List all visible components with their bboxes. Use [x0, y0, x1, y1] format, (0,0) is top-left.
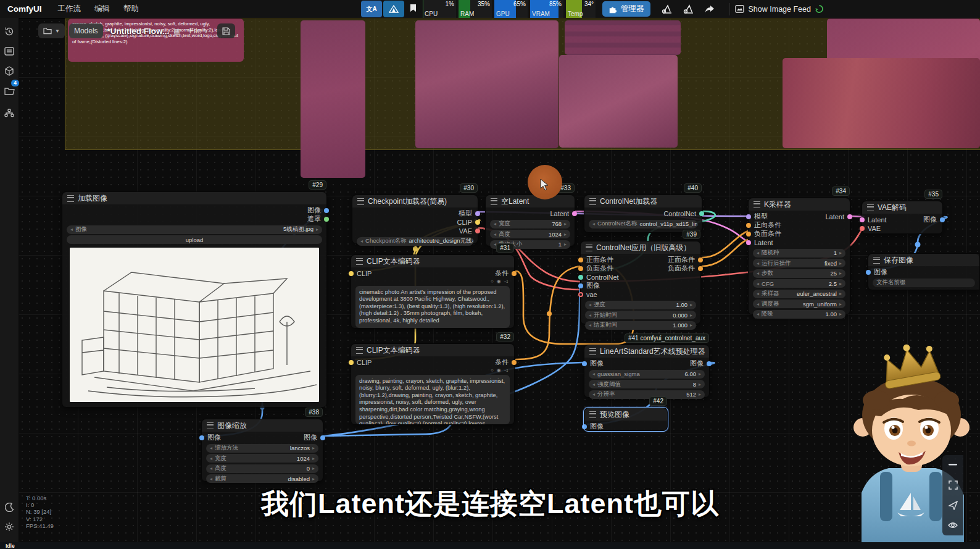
history-icon[interactable] — [0, 23, 19, 40]
node-library-icon[interactable] — [0, 104, 19, 122]
settings-gear-icon[interactable] — [0, 518, 19, 535]
widget-高度[interactable]: ◂高度1024▸ — [490, 230, 570, 238]
app-logo[interactable]: ComfyUI — [7, 4, 42, 14]
output-slot-负面条件[interactable]: 负面条件 — [668, 264, 697, 273]
widget-guassian_sigma[interactable]: ◂guassian_sigma6.00▸ — [589, 370, 705, 379]
node-menu-icon[interactable] — [207, 422, 214, 429]
node-vae-decode[interactable]: #35 VAE解码 LatentVAE图像 — [862, 201, 943, 234]
node-load-image[interactable]: #29 加载图像 图像遮罩 ◂图像5线稿图.jpg▸upload — [62, 191, 327, 408]
input-slot-模型[interactable]: 模型 — [752, 212, 781, 221]
input-slot-CLIP[interactable]: CLIP — [354, 358, 372, 367]
slot-dot[interactable] — [582, 361, 587, 366]
node-menu-icon[interactable] — [589, 198, 596, 205]
translate-button[interactable]: 文A — [361, 1, 382, 17]
manager-button[interactable]: 管理器 — [602, 1, 650, 17]
queue-icon[interactable] — [0, 43, 19, 60]
widget-随机种[interactable]: ◂随机种1▸ — [753, 249, 845, 258]
node-save-image[interactable]: 保存图像 图像 文件名前缀 — [868, 253, 980, 290]
node-clip-encode-positive[interactable]: #31 CLIP文本编码器 CLIP条件 ○◉◅ cinematic photo… — [351, 254, 515, 329]
show-image-feed-button[interactable]: Show Image Feed — [729, 3, 828, 15]
node-title-bar[interactable]: 预览图像 — [584, 408, 667, 421]
widget-调度器[interactable]: ◂调度器sgm_uniform▸ — [753, 300, 845, 308]
node-title-bar[interactable]: CLIP文本编码器 — [351, 344, 514, 356]
input-slot-负面条件[interactable]: 负面条件 — [584, 264, 619, 273]
widget-CFG[interactable]: ◂CFG2.5▸ — [753, 279, 845, 288]
slot-dot[interactable] — [582, 424, 587, 429]
slot-dot[interactable] — [578, 283, 583, 288]
input-slot-Latent[interactable]: Latent — [865, 216, 887, 224]
output-slot-图像[interactable]: 图像 — [304, 434, 320, 442]
node-menu-icon[interactable] — [491, 198, 497, 205]
input-slot-图像[interactable]: 图像 — [588, 422, 604, 431]
widget-图像[interactable]: ◂图像5线稿图.jpg▸ — [67, 225, 322, 234]
widget-降噪[interactable]: ◂降噪1.00▸ — [753, 310, 845, 319]
slot-dot[interactable] — [572, 211, 577, 216]
eye-icon[interactable]: ◉ — [497, 279, 501, 284]
widget-开始时间[interactable]: ◂开始时间0.000▸ — [585, 311, 696, 319]
output-slot-条件[interactable]: 条件 — [495, 358, 511, 367]
prompt-textarea[interactable]: cinematic photo An artist's impression o… — [355, 286, 510, 328]
node-title-bar[interactable]: 图像缩放 — [202, 419, 323, 432]
widget-裁剪[interactable]: ◂裁剪disabled▸ — [206, 474, 318, 483]
output-slot-图像[interactable]: 图像 — [690, 359, 706, 368]
slot-dot[interactable] — [746, 232, 751, 237]
models-tab[interactable]: Models — [69, 23, 103, 38]
slot-dot[interactable] — [746, 214, 751, 219]
node-title-bar[interactable]: CLIP文本编码器 — [351, 255, 514, 267]
widget-宽度[interactable]: ◂宽度768▸ — [490, 220, 570, 228]
slot-dot[interactable] — [349, 271, 354, 276]
output-slot-正面条件[interactable]: 正面条件 — [668, 256, 697, 264]
widget-Checkpoint名称[interactable]: ◂Checkpoint名称architecutre_design元线稿-Yuan… — [357, 237, 473, 246]
input-slot-图像[interactable]: 图像 — [584, 282, 619, 290]
workflows-folder-icon[interactable]: 4 — [0, 82, 19, 99]
widget-步数[interactable]: ◂步数25▸ — [753, 269, 845, 278]
menu-help[interactable]: 帮助 — [123, 4, 139, 14]
slot-dot[interactable] — [475, 220, 480, 225]
slot-dot[interactable] — [940, 217, 945, 222]
output-slot-图像[interactable]: 图像 — [923, 216, 939, 224]
slot-dot[interactable] — [698, 266, 703, 271]
node-title-bar[interactable]: K采样器 — [749, 198, 850, 211]
widget-高度[interactable]: ◂高度0▸ — [206, 464, 318, 473]
widget-ControlNet名称[interactable]: ◂ControlNet名称control_v11p_sd15_lineart.p… — [589, 220, 697, 228]
node-clip-encode-negative[interactable]: #32 CLIP文本编码器 CLIP条件 ○◉◅ drawing, painti… — [351, 343, 515, 425]
output-slot-VAE[interactable]: VAE — [457, 227, 475, 235]
output-slot-遮罩[interactable]: 遮罩 — [307, 215, 323, 224]
node-ksampler[interactable]: #34 K采样器 模型正向条件负面条件LatentLatent ◂随机种1▸◂运… — [748, 198, 850, 315]
slot-dot[interactable] — [475, 228, 480, 233]
node-controlnet-loader[interactable]: #40 ControlNet加载器 ControlNet ◂ControlNet… — [584, 195, 702, 233]
node-title-bar[interactable]: ControlNet应用（旧版高级） — [581, 241, 700, 254]
slot-dot[interactable] — [512, 360, 517, 365]
input-slot-负面条件[interactable]: 负面条件 — [752, 230, 781, 238]
eye-icon[interactable]: ◉ — [497, 367, 501, 373]
widget-分辨率[interactable]: ◂分辨率512▸ — [589, 390, 705, 399]
input-slot-正面条件[interactable]: 正面条件 — [584, 256, 619, 264]
slot-dot[interactable] — [578, 258, 583, 262]
models-cube-icon[interactable] — [0, 62, 19, 80]
output-slot-图像[interactable]: 图像 — [307, 206, 323, 215]
node-menu-icon[interactable] — [867, 204, 874, 211]
slot-dot[interactable] — [324, 208, 329, 213]
speaker-icon[interactable]: ◅ — [504, 367, 508, 373]
slot-dot[interactable] — [578, 266, 583, 271]
bookmark-icon[interactable] — [405, 4, 421, 14]
widget-强度阈值[interactable]: ◂强度阈值8▸ — [589, 380, 705, 388]
input-slot-ControlNet[interactable]: ControlNet — [584, 273, 619, 282]
refresh-icon[interactable] — [815, 5, 823, 13]
circle-icon[interactable]: ○ — [491, 279, 494, 284]
share-icon[interactable] — [700, 5, 720, 13]
node-menu-icon[interactable] — [589, 348, 596, 355]
node-title-bar[interactable]: 加载图像 — [62, 192, 326, 204]
slot-dot[interactable] — [847, 214, 852, 219]
widget-强度[interactable]: ◂强度1.00▸ — [585, 301, 696, 309]
upload-button[interactable]: upload — [67, 235, 322, 244]
output-slot-条件[interactable]: 条件 — [495, 269, 511, 278]
prompt-textarea[interactable]: drawing, painting, crayon, sketch, graph… — [355, 375, 510, 424]
slot-dot[interactable] — [512, 271, 517, 276]
text-widget-icons[interactable]: ○◉◅ — [351, 367, 514, 374]
slot-dot[interactable] — [578, 275, 583, 280]
slot-dot[interactable] — [860, 226, 865, 231]
slot-dot[interactable] — [199, 435, 204, 440]
node-menu-icon[interactable] — [754, 201, 760, 208]
node-controlnet-apply[interactable]: #39 ControlNet应用（旧版高级） 正面条件负面条件ControlNe… — [580, 241, 701, 324]
